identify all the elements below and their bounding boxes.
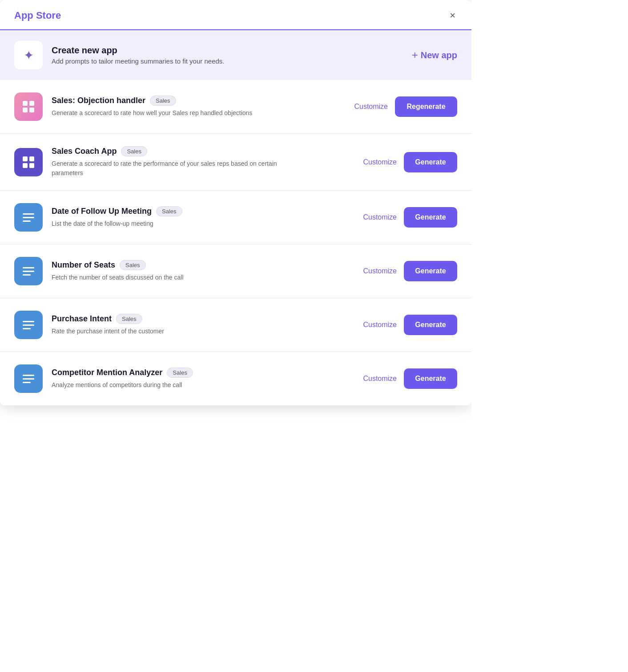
app-item-left: Sales Coach App Sales Generate a scoreca…	[14, 146, 354, 178]
category-badge: Sales	[150, 96, 176, 106]
generate-button[interactable]: Generate	[404, 315, 457, 335]
app-description: List the date of the follow-up meeting	[52, 219, 182, 228]
create-banner-left: ✦ Create new app Add prompts to tailor m…	[14, 41, 225, 69]
app-item: Date of Follow Up Meeting Sales List the…	[0, 191, 471, 244]
app-name: Sales Coach App Sales	[52, 146, 301, 156]
create-banner: ✦ Create new app Add prompts to tailor m…	[0, 30, 471, 80]
customize-button[interactable]: Customize	[363, 375, 397, 383]
customize-button[interactable]: Customize	[363, 321, 397, 329]
customize-button[interactable]: Customize	[363, 267, 397, 275]
app-actions: Customize Generate	[363, 368, 457, 389]
app-item: Purchase Intent Sales Rate the purchase …	[0, 298, 471, 352]
app-description: Fetch the number of seats discussed on t…	[52, 273, 184, 282]
regenerate-button[interactable]: Regenerate	[395, 96, 457, 117]
app-info: Date of Follow Up Meeting Sales List the…	[52, 206, 182, 228]
app-item-left: Date of Follow Up Meeting Sales List the…	[14, 203, 354, 232]
app-actions: Customize Generate	[363, 152, 457, 172]
customize-button[interactable]: Customize	[354, 103, 388, 111]
app-icon	[14, 364, 43, 393]
app-name: Number of Seats Sales	[52, 260, 184, 270]
new-app-label: New app	[421, 50, 457, 60]
app-actions: Customize Generate	[363, 315, 457, 335]
app-name: Competitor Mention Analyzer Sales	[52, 368, 193, 378]
app-actions: Customize Generate	[363, 207, 457, 228]
app-name: Sales: Objection handler Sales	[52, 96, 252, 106]
app-icon	[14, 92, 43, 121]
app-icon	[14, 203, 43, 232]
app-item: Number of Seats Sales Fetch the number o…	[0, 244, 471, 298]
app-info: Sales Coach App Sales Generate a scoreca…	[52, 146, 301, 178]
app-description: Generate a scorecard to rate how well yo…	[52, 108, 252, 118]
create-text: Create new app Add prompts to tailor mee…	[52, 45, 225, 65]
app-icon	[14, 311, 43, 339]
app-description: Generate a scorecard to rate the perform…	[52, 159, 301, 178]
modal-title: App Store	[14, 10, 61, 21]
app-item-left: Competitor Mention Analyzer Sales Analyz…	[14, 364, 354, 393]
category-badge: Sales	[156, 206, 182, 216]
app-actions: Customize Regenerate	[354, 96, 457, 117]
app-item-left: Purchase Intent Sales Rate the purchase …	[14, 311, 354, 339]
modal-header: App Store ×	[0, 0, 471, 30]
app-item-left: Number of Seats Sales Fetch the number o…	[14, 257, 354, 285]
app-item-left: Sales: Objection handler Sales Generate …	[14, 92, 345, 121]
customize-button[interactable]: Customize	[363, 213, 397, 221]
create-heading: Create new app	[52, 45, 225, 56]
app-icon	[14, 148, 43, 176]
generate-button[interactable]: Generate	[404, 261, 457, 281]
list-icon	[23, 267, 34, 276]
list-icon	[23, 375, 34, 383]
app-info: Sales: Objection handler Sales Generate …	[52, 96, 252, 118]
app-name: Date of Follow Up Meeting Sales	[52, 206, 182, 216]
app-icon	[14, 257, 43, 285]
close-button[interactable]: ×	[448, 9, 457, 22]
app-description: Analyze mentions of competitors during t…	[52, 380, 193, 390]
app-list: Sales: Objection handler Sales Generate …	[0, 80, 471, 406]
grid-icon	[23, 156, 34, 168]
generate-button[interactable]: Generate	[404, 152, 457, 172]
app-name: Purchase Intent Sales	[52, 314, 164, 324]
category-badge: Sales	[167, 368, 193, 378]
sparkle-icon: ✦	[24, 48, 34, 63]
list-icon	[23, 321, 34, 329]
app-info: Purchase Intent Sales Rate the purchase …	[52, 314, 164, 336]
create-icon-wrap: ✦	[14, 41, 43, 69]
category-badge: Sales	[121, 146, 147, 156]
create-description: Add prompts to tailor meeting summaries …	[52, 57, 225, 65]
app-info: Number of Seats Sales Fetch the number o…	[52, 260, 184, 282]
app-description: Rate the purchase intent of the customer	[52, 327, 164, 336]
plus-icon: +	[412, 49, 418, 61]
app-item: Sales: Objection handler Sales Generate …	[0, 80, 471, 134]
generate-button[interactable]: Generate	[404, 368, 457, 389]
new-app-button[interactable]: + New app	[412, 49, 457, 61]
app-info: Competitor Mention Analyzer Sales Analyz…	[52, 368, 193, 390]
category-badge: Sales	[116, 314, 142, 324]
customize-button[interactable]: Customize	[363, 158, 397, 166]
app-actions: Customize Generate	[363, 261, 457, 281]
generate-button[interactable]: Generate	[404, 207, 457, 228]
category-badge: Sales	[120, 260, 146, 270]
app-store-modal: App Store × ✦ Create new app Add prompts…	[0, 0, 471, 406]
app-item: Sales Coach App Sales Generate a scoreca…	[0, 134, 471, 191]
grid-icon	[23, 101, 34, 112]
list-icon	[23, 213, 34, 222]
app-item: Competitor Mention Analyzer Sales Analyz…	[0, 352, 471, 406]
